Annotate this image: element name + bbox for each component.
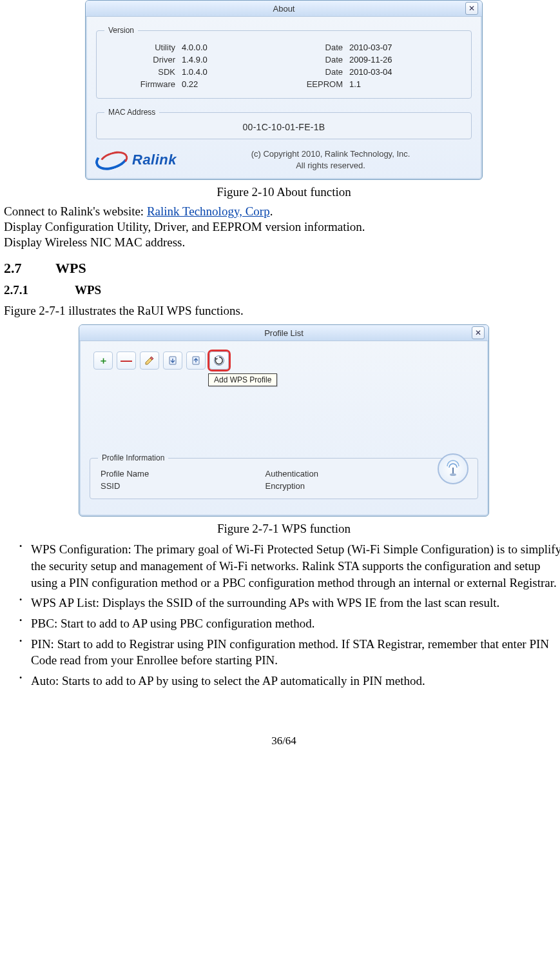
label-firmware: Firmware: [104, 79, 175, 89]
section-2-7: 2.7WPS: [4, 260, 560, 277]
intro-271: Figure 2-7-1 illustrates the RaUI WPS fu…: [4, 304, 560, 318]
file-in-icon: [168, 355, 178, 366]
value-eeprom: 1.1: [349, 79, 433, 89]
svg-point-4: [450, 473, 456, 476]
profile-info-legend: Profile Information: [98, 453, 168, 462]
subsection-num: 2.7.1: [4, 283, 75, 297]
label-sdk: SDK: [104, 67, 175, 77]
bullet-list: WPS Configuration: The primary goal of W…: [4, 541, 560, 689]
mac-group: MAC Address 00-1C-10-01-FE-1B: [96, 108, 472, 139]
version-row: Utility 4.0.0.0 Date 2010-03-07: [104, 43, 463, 52]
about-titlebar: About ✕: [86, 1, 482, 17]
value-driver: 1.4.9.0: [182, 55, 266, 64]
subsection-title: WPS: [75, 283, 101, 297]
figure-caption-wps: Figure 2-7-1 WPS function: [4, 522, 560, 536]
figure-caption-about: Figure 2-10 About function: [4, 185, 560, 199]
profile-list-area: [88, 376, 479, 447]
label-utility: Utility: [104, 43, 175, 52]
remove-button[interactable]: —: [117, 351, 136, 370]
ralink-swoosh-icon: [97, 151, 128, 169]
label-ssid: SSID: [101, 481, 266, 491]
label-eeprom: EEPROM: [272, 79, 343, 89]
profile-toolbar: ＋ — Add WPS Profile: [88, 348, 479, 376]
ralink-link[interactable]: Ralink Technology, Corp: [147, 204, 270, 218]
wps-button[interactable]: [209, 351, 229, 370]
profile-titlebar: Profile List ✕: [79, 325, 488, 341]
section-2-7-1: 2.7.1WPS: [4, 283, 560, 297]
about-dialog: About ✕ Version Utility 4.0.0.0 Date 201…: [85, 0, 483, 180]
svg-rect-3: [452, 468, 454, 474]
profile-info-group: Profile Information Profile Name Authent…: [90, 453, 478, 499]
version-group: Version Utility 4.0.0.0 Date 2010-03-07 …: [96, 26, 472, 99]
label-encryption: Encryption: [266, 481, 430, 491]
version-row: Driver 1.4.9.0 Date 2009-11-26: [104, 55, 463, 64]
connect-suffix: .: [270, 204, 273, 218]
mac-value: 00-1C-10-01-FE-1B: [104, 122, 463, 132]
pencil-icon: [144, 355, 155, 366]
value-date: 2010-03-07: [349, 43, 433, 52]
ralink-wordmark: Ralink: [132, 152, 177, 168]
value-date: 2009-11-26: [349, 55, 433, 64]
label-date: Date: [272, 55, 343, 64]
wps-refresh-icon: [213, 355, 225, 366]
copyright-block: (c) Copyright 2010, Ralink Technology, I…: [188, 148, 473, 172]
list-item: WPS AP List: Displays the SSID of the su…: [19, 595, 560, 611]
body-line-3: Display Wireless NIC MAC address.: [4, 235, 560, 250]
list-item: Auto: Starts to add to AP by using to se…: [19, 673, 560, 689]
value-firmware: 0.22: [182, 79, 266, 89]
value-date: 2010-03-04: [349, 67, 433, 77]
wps-tooltip: Add WPS Profile: [208, 373, 277, 386]
file-out-icon: [191, 355, 201, 366]
edit-button[interactable]: [140, 351, 159, 370]
version-row: SDK 1.0.4.0 Date 2010-03-04: [104, 67, 463, 77]
label-profile-name: Profile Name: [101, 469, 266, 479]
profile-info-row: SSID Encryption: [98, 480, 432, 492]
label-driver: Driver: [104, 55, 175, 64]
about-title: About: [90, 4, 478, 14]
close-icon[interactable]: ✕: [465, 2, 478, 15]
body-line-2: Display Configuration Utility, Driver, a…: [4, 220, 560, 234]
version-legend: Version: [104, 26, 138, 35]
profile-title: Profile List: [83, 328, 485, 338]
section-num: 2.7: [4, 260, 55, 277]
mac-legend: MAC Address: [104, 108, 159, 117]
list-item: WPS Configuration: The primary goal of W…: [19, 541, 560, 591]
label-authentication: Authentication: [266, 469, 430, 479]
section-title: WPS: [55, 260, 86, 276]
label-date: Date: [272, 67, 343, 77]
export-button[interactable]: [186, 351, 206, 370]
version-row: Firmware 0.22 EEPROM 1.1: [104, 79, 463, 89]
add-button[interactable]: ＋: [93, 351, 113, 370]
copyright-line2: All rights reserved.: [188, 160, 473, 172]
value-sdk: 1.0.4.0: [182, 67, 266, 77]
connect-prefix: Connect to Ralink's website:: [4, 204, 147, 218]
copyright-line1: (c) Copyright 2010, Ralink Technology, I…: [188, 148, 473, 160]
import-button[interactable]: [163, 351, 182, 370]
page-number: 36/64: [4, 735, 560, 747]
profile-info-row: Profile Name Authentication: [98, 468, 432, 480]
signal-icon: [438, 453, 468, 484]
ralink-logo: Ralink: [95, 150, 179, 170]
profile-list-dialog: Profile List ✕ ＋ — Add WPS Profile: [79, 324, 489, 517]
label-date: Date: [272, 43, 343, 52]
list-item: PBC: Start to add to AP using PBC config…: [19, 615, 560, 632]
body-line-connect: Connect to Ralink's website: Ralink Tech…: [4, 204, 560, 219]
list-item: PIN: Start to add to Registrar using PIN…: [19, 636, 560, 669]
value-utility: 4.0.0.0: [182, 43, 266, 52]
close-icon[interactable]: ✕: [472, 326, 485, 339]
